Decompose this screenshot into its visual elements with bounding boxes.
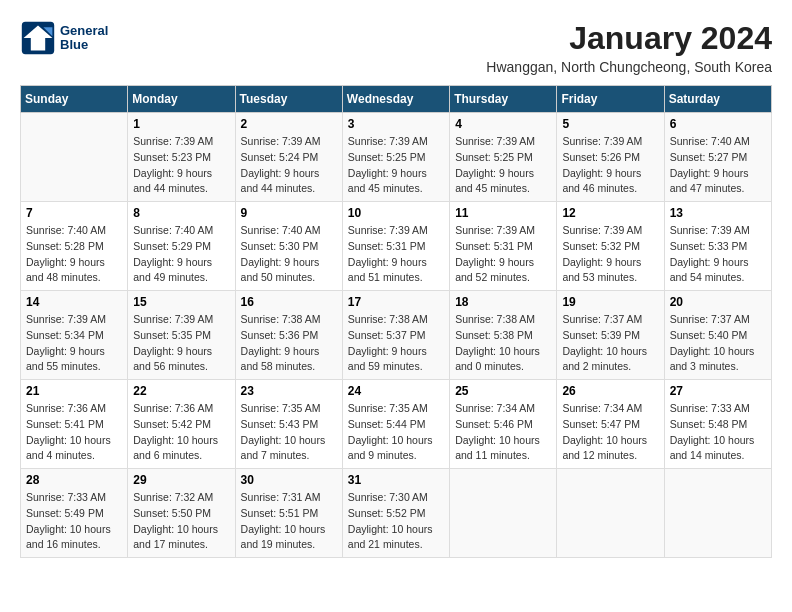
day-number: 8 (133, 206, 229, 220)
day-number: 18 (455, 295, 551, 309)
calendar-cell: 19Sunrise: 7:37 AMSunset: 5:39 PMDayligh… (557, 291, 664, 380)
day-number: 3 (348, 117, 444, 131)
header-day-wednesday: Wednesday (342, 86, 449, 113)
header-day-sunday: Sunday (21, 86, 128, 113)
calendar-cell: 18Sunrise: 7:38 AMSunset: 5:38 PMDayligh… (450, 291, 557, 380)
day-number: 16 (241, 295, 337, 309)
calendar-cell (664, 469, 771, 558)
day-info: Sunrise: 7:38 AMSunset: 5:36 PMDaylight:… (241, 312, 337, 375)
day-info: Sunrise: 7:39 AMSunset: 5:32 PMDaylight:… (562, 223, 658, 286)
day-info: Sunrise: 7:39 AMSunset: 5:25 PMDaylight:… (348, 134, 444, 197)
day-number: 22 (133, 384, 229, 398)
calendar-cell: 4Sunrise: 7:39 AMSunset: 5:25 PMDaylight… (450, 113, 557, 202)
day-info: Sunrise: 7:40 AMSunset: 5:30 PMDaylight:… (241, 223, 337, 286)
day-info: Sunrise: 7:39 AMSunset: 5:35 PMDaylight:… (133, 312, 229, 375)
day-info: Sunrise: 7:32 AMSunset: 5:50 PMDaylight:… (133, 490, 229, 553)
week-row-1: 1Sunrise: 7:39 AMSunset: 5:23 PMDaylight… (21, 113, 772, 202)
day-number: 5 (562, 117, 658, 131)
week-row-2: 7Sunrise: 7:40 AMSunset: 5:28 PMDaylight… (21, 202, 772, 291)
day-number: 7 (26, 206, 122, 220)
main-title: January 2024 (486, 20, 772, 57)
day-info: Sunrise: 7:38 AMSunset: 5:37 PMDaylight:… (348, 312, 444, 375)
calendar-cell: 28Sunrise: 7:33 AMSunset: 5:49 PMDayligh… (21, 469, 128, 558)
day-number: 10 (348, 206, 444, 220)
calendar-cell: 13Sunrise: 7:39 AMSunset: 5:33 PMDayligh… (664, 202, 771, 291)
day-number: 28 (26, 473, 122, 487)
day-number: 29 (133, 473, 229, 487)
calendar-cell: 12Sunrise: 7:39 AMSunset: 5:32 PMDayligh… (557, 202, 664, 291)
day-number: 21 (26, 384, 122, 398)
page-header: General Blue January 2024 Hwanggan, Nort… (20, 20, 772, 75)
day-number: 11 (455, 206, 551, 220)
calendar-cell (21, 113, 128, 202)
day-info: Sunrise: 7:33 AMSunset: 5:49 PMDaylight:… (26, 490, 122, 553)
logo-text: General Blue (60, 24, 108, 53)
day-info: Sunrise: 7:40 AMSunset: 5:27 PMDaylight:… (670, 134, 766, 197)
calendar-cell: 20Sunrise: 7:37 AMSunset: 5:40 PMDayligh… (664, 291, 771, 380)
calendar-cell: 9Sunrise: 7:40 AMSunset: 5:30 PMDaylight… (235, 202, 342, 291)
calendar-cell: 27Sunrise: 7:33 AMSunset: 5:48 PMDayligh… (664, 380, 771, 469)
calendar-cell: 16Sunrise: 7:38 AMSunset: 5:36 PMDayligh… (235, 291, 342, 380)
day-number: 30 (241, 473, 337, 487)
day-info: Sunrise: 7:34 AMSunset: 5:47 PMDaylight:… (562, 401, 658, 464)
header-day-saturday: Saturday (664, 86, 771, 113)
calendar-cell: 31Sunrise: 7:30 AMSunset: 5:52 PMDayligh… (342, 469, 449, 558)
calendar-cell: 26Sunrise: 7:34 AMSunset: 5:47 PMDayligh… (557, 380, 664, 469)
day-info: Sunrise: 7:40 AMSunset: 5:29 PMDaylight:… (133, 223, 229, 286)
day-number: 19 (562, 295, 658, 309)
week-row-5: 28Sunrise: 7:33 AMSunset: 5:49 PMDayligh… (21, 469, 772, 558)
calendar-cell: 15Sunrise: 7:39 AMSunset: 5:35 PMDayligh… (128, 291, 235, 380)
calendar-cell (450, 469, 557, 558)
day-info: Sunrise: 7:36 AMSunset: 5:41 PMDaylight:… (26, 401, 122, 464)
calendar-cell: 3Sunrise: 7:39 AMSunset: 5:25 PMDaylight… (342, 113, 449, 202)
calendar-cell: 21Sunrise: 7:36 AMSunset: 5:41 PMDayligh… (21, 380, 128, 469)
day-info: Sunrise: 7:39 AMSunset: 5:23 PMDaylight:… (133, 134, 229, 197)
logo: General Blue (20, 20, 108, 56)
calendar-cell: 1Sunrise: 7:39 AMSunset: 5:23 PMDaylight… (128, 113, 235, 202)
day-info: Sunrise: 7:39 AMSunset: 5:34 PMDaylight:… (26, 312, 122, 375)
calendar-cell: 8Sunrise: 7:40 AMSunset: 5:29 PMDaylight… (128, 202, 235, 291)
day-number: 9 (241, 206, 337, 220)
day-number: 12 (562, 206, 658, 220)
day-number: 31 (348, 473, 444, 487)
sub-title: Hwanggan, North Chungcheong, South Korea (486, 59, 772, 75)
day-number: 24 (348, 384, 444, 398)
day-number: 27 (670, 384, 766, 398)
day-info: Sunrise: 7:33 AMSunset: 5:48 PMDaylight:… (670, 401, 766, 464)
calendar-cell: 25Sunrise: 7:34 AMSunset: 5:46 PMDayligh… (450, 380, 557, 469)
header-day-monday: Monday (128, 86, 235, 113)
day-info: Sunrise: 7:39 AMSunset: 5:25 PMDaylight:… (455, 134, 551, 197)
day-info: Sunrise: 7:39 AMSunset: 5:26 PMDaylight:… (562, 134, 658, 197)
day-info: Sunrise: 7:36 AMSunset: 5:42 PMDaylight:… (133, 401, 229, 464)
calendar-cell: 6Sunrise: 7:40 AMSunset: 5:27 PMDaylight… (664, 113, 771, 202)
day-info: Sunrise: 7:37 AMSunset: 5:39 PMDaylight:… (562, 312, 658, 375)
day-info: Sunrise: 7:35 AMSunset: 5:44 PMDaylight:… (348, 401, 444, 464)
logo-line2: Blue (60, 38, 108, 52)
day-number: 13 (670, 206, 766, 220)
day-info: Sunrise: 7:37 AMSunset: 5:40 PMDaylight:… (670, 312, 766, 375)
logo-line1: General (60, 24, 108, 38)
calendar-cell: 29Sunrise: 7:32 AMSunset: 5:50 PMDayligh… (128, 469, 235, 558)
day-number: 2 (241, 117, 337, 131)
calendar-table: SundayMondayTuesdayWednesdayThursdayFrid… (20, 85, 772, 558)
day-number: 25 (455, 384, 551, 398)
calendar-cell (557, 469, 664, 558)
day-info: Sunrise: 7:39 AMSunset: 5:24 PMDaylight:… (241, 134, 337, 197)
header-day-friday: Friday (557, 86, 664, 113)
calendar-cell: 7Sunrise: 7:40 AMSunset: 5:28 PMDaylight… (21, 202, 128, 291)
day-info: Sunrise: 7:35 AMSunset: 5:43 PMDaylight:… (241, 401, 337, 464)
week-row-4: 21Sunrise: 7:36 AMSunset: 5:41 PMDayligh… (21, 380, 772, 469)
calendar-cell: 14Sunrise: 7:39 AMSunset: 5:34 PMDayligh… (21, 291, 128, 380)
calendar-cell: 2Sunrise: 7:39 AMSunset: 5:24 PMDaylight… (235, 113, 342, 202)
day-number: 20 (670, 295, 766, 309)
day-info: Sunrise: 7:39 AMSunset: 5:33 PMDaylight:… (670, 223, 766, 286)
header-day-thursday: Thursday (450, 86, 557, 113)
day-number: 4 (455, 117, 551, 131)
day-info: Sunrise: 7:38 AMSunset: 5:38 PMDaylight:… (455, 312, 551, 375)
day-info: Sunrise: 7:40 AMSunset: 5:28 PMDaylight:… (26, 223, 122, 286)
calendar-cell: 23Sunrise: 7:35 AMSunset: 5:43 PMDayligh… (235, 380, 342, 469)
day-number: 1 (133, 117, 229, 131)
day-info: Sunrise: 7:39 AMSunset: 5:31 PMDaylight:… (455, 223, 551, 286)
calendar-cell: 30Sunrise: 7:31 AMSunset: 5:51 PMDayligh… (235, 469, 342, 558)
day-number: 14 (26, 295, 122, 309)
